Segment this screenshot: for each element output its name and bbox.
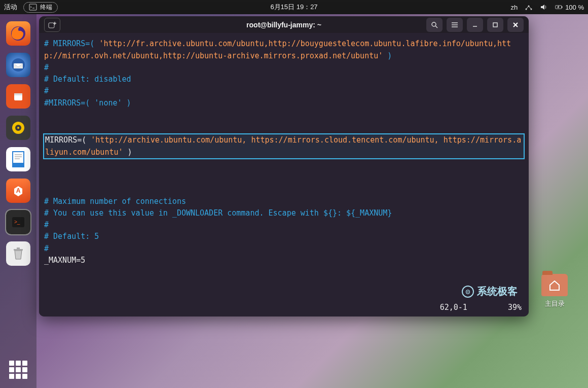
terminal-content[interactable]: # MIRRORS=( 'http://fr.archive.ubuntu.co… <box>39 33 529 316</box>
software-icon: A <box>11 184 25 198</box>
dock-writer[interactable] <box>6 147 30 171</box>
term-line: # <box>44 244 49 253</box>
new-tab-button[interactable] <box>44 18 60 32</box>
hamburger-icon <box>451 22 458 28</box>
battery-icon <box>555 3 563 11</box>
input-method[interactable]: zh <box>510 4 518 11</box>
watermark-icon: ◎ <box>462 286 474 298</box>
term-line: _MAXNUM=5 <box>44 256 85 265</box>
terminal-titlebar: root@billyfu-jammy: ~ <box>39 16 529 33</box>
svg-rect-14 <box>13 163 24 167</box>
svg-rect-21 <box>14 249 23 251</box>
maximize-button[interactable] <box>487 18 503 32</box>
dock-files[interactable] <box>6 84 30 109</box>
desktop-home-label: 主目录 <box>545 299 565 308</box>
home-folder-icon <box>541 274 568 296</box>
dock: A >_ <box>0 14 36 388</box>
terminal-window: root@billyfu-jammy: ~ # MIRRORS=( 'http:… <box>39 16 529 316</box>
svg-rect-30 <box>493 23 497 27</box>
dock-firefox[interactable] <box>6 21 30 46</box>
term-line: # <box>44 220 49 229</box>
svg-rect-9 <box>14 93 22 95</box>
terminal-icon <box>29 3 37 11</box>
menu-button[interactable] <box>447 18 463 32</box>
svg-rect-22 <box>17 248 20 249</box>
app-indicator[interactable]: 终端 <box>23 2 58 13</box>
network-icon[interactable] <box>525 3 533 11</box>
svg-text:>_: >_ <box>14 219 20 225</box>
writer-icon <box>11 151 26 168</box>
show-applications[interactable] <box>9 361 27 379</box>
trash-icon <box>12 246 25 261</box>
term-line: #MIRRORS=( 'none' ) <box>44 98 131 108</box>
minimize-icon <box>472 22 478 28</box>
svg-line-25 <box>435 26 437 28</box>
dock-thunderbird[interactable] <box>6 53 30 77</box>
term-line: # Default: 5 <box>44 232 99 241</box>
files-icon <box>11 89 25 103</box>
term-line: # You can use this value in _DOWNLOADER … <box>44 208 392 218</box>
firefox-icon <box>10 25 27 42</box>
clock[interactable]: 6月15日 19：27 <box>0 3 588 12</box>
vim-statusline: 62,0-1 39% <box>46 302 522 313</box>
cursor-position: 62,0-1 <box>440 302 467 313</box>
svg-text:A: A <box>16 187 21 194</box>
dock-trash[interactable] <box>6 241 30 266</box>
app-indicator-label: 终端 <box>40 3 52 12</box>
maximize-icon <box>492 22 498 28</box>
terminal-dock-icon: >_ <box>11 216 25 228</box>
close-icon <box>512 22 519 28</box>
svg-point-24 <box>432 22 436 26</box>
svg-rect-5 <box>562 6 563 8</box>
scroll-percent: 39% <box>508 302 522 313</box>
svg-point-12 <box>17 127 19 129</box>
svg-rect-0 <box>29 4 36 10</box>
desktop-home-folder[interactable]: 主目录 <box>541 274 568 308</box>
search-button[interactable] <box>426 18 443 32</box>
battery-indicator[interactable]: 100 % <box>555 3 584 11</box>
new-tab-icon <box>48 21 56 28</box>
mirrors-assignment-highlight: MIRRORS=( 'http://archive.ubuntu.com/ubu… <box>43 133 525 159</box>
term-line: # <box>44 63 49 72</box>
close-button[interactable] <box>507 18 524 32</box>
thunderbird-icon <box>11 57 26 73</box>
dock-software[interactable]: A <box>6 179 30 203</box>
activities-button[interactable]: 活动 <box>4 3 17 12</box>
speaker-icon <box>11 120 26 135</box>
gnome-topbar: 活动 终端 6月15日 19：27 zh 100 % <box>0 0 588 14</box>
term-line: # Default: disabled <box>44 75 131 84</box>
minimize-button[interactable] <box>467 18 483 32</box>
term-line: # MIRRORS=( 'http://fr.archive.ubuntu.co… <box>44 39 511 60</box>
dock-rhythmbox[interactable] <box>6 116 30 140</box>
watermark: ◎ 系统极客 <box>462 284 518 299</box>
term-line: # Maximum number of connections <box>44 197 186 206</box>
volume-icon[interactable] <box>540 3 548 11</box>
dock-terminal[interactable]: >_ <box>6 210 30 234</box>
term-line: # <box>44 86 49 95</box>
search-icon <box>431 21 438 28</box>
